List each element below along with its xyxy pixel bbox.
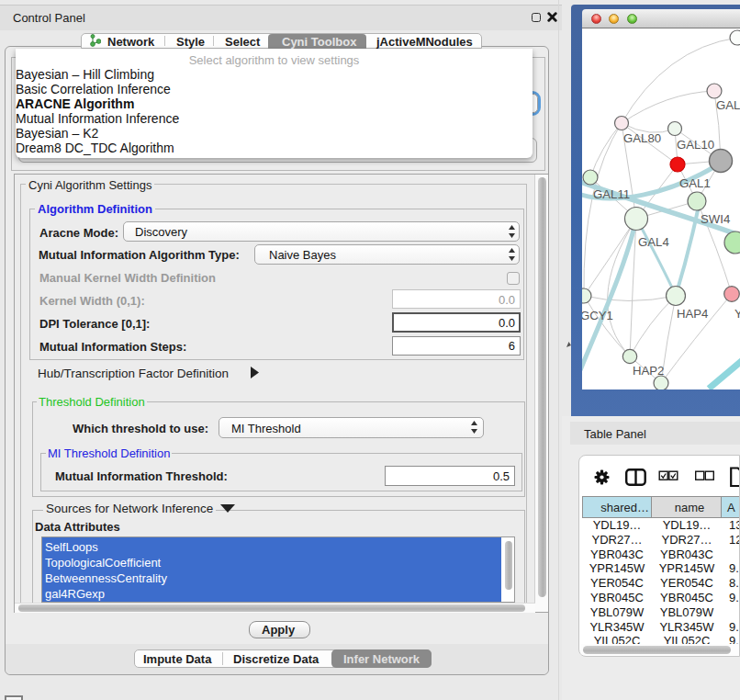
svg-text:GAL4: GAL4: [638, 235, 669, 249]
svg-text:GAL2: GAL2: [716, 98, 740, 112]
svg-text:GCY1: GCY1: [582, 309, 613, 322]
svg-text:YM: YM: [734, 307, 740, 321]
svg-text:GAL10: GAL10: [677, 138, 714, 152]
svg-text:HAP4: HAP4: [677, 307, 708, 321]
svg-text:GAL11: GAL11: [593, 187, 630, 201]
svg-text:HAP2: HAP2: [633, 364, 664, 378]
svg-text:GAL1: GAL1: [679, 176, 711, 190]
svg-text:GAL80: GAL80: [623, 131, 661, 145]
svg-text:SWI4: SWI4: [701, 212, 730, 226]
